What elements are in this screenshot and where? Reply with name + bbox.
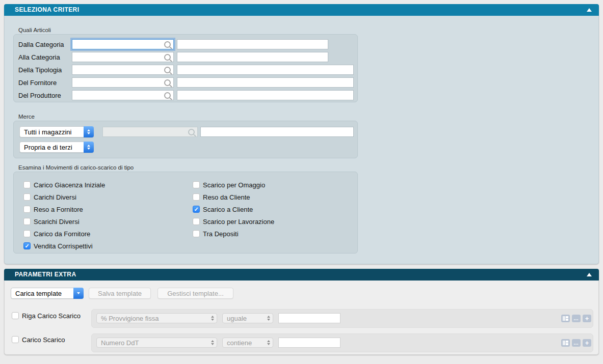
checkbox-reso-a-fornitore[interactable] [23,206,31,213]
checkbox-scarico-per-omaggio[interactable] [193,181,200,188]
ownership-select[interactable]: Propria e di terzi [19,142,94,153]
load-template-select-value: Carica template [15,290,62,297]
search-icon [164,92,171,99]
warehouse-select[interactable]: Tutti i magazzini [19,126,94,137]
columns-icon[interactable] [561,339,570,347]
condition-operator-select-value: contiene [227,339,252,347]
ownership-select-value: Propria e di terzi [24,144,72,151]
checkbox-label: Scarico per Omaggio [203,181,265,189]
chevron-up-down-icon [267,338,270,347]
chevron-up-down-icon [211,338,214,347]
checkbox-label: Tra Depositi [203,230,239,238]
from-category-search-input[interactable] [72,39,174,49]
extra-parameters-panel: PARAMETRI EXTRA Carica template Salva te… [4,269,599,355]
to-category-description-input[interactable] [177,52,328,62]
extra-panel-title: PARAMETRI EXTRA [15,271,76,278]
merce-section-label: Merce [18,114,35,120]
typology-description-input[interactable] [177,65,354,75]
chevron-up-down-icon [84,126,94,137]
search-icon [188,129,195,135]
checkbox-carico-scarico[interactable] [12,336,19,343]
checkbox-label: Scarico per Lavorazione [203,218,274,226]
checkbox-vendita-corrispettivi[interactable]: ✓ [23,242,31,249]
checkbox-tra-depositi[interactable] [193,230,200,237]
extra-panel-header: PARAMETRI EXTRA [4,269,599,281]
checkbox-label: Scarico a Cliente [203,206,253,214]
warehouse-description-input[interactable] [200,127,354,137]
condition-checkbox-label: Riga Carico Scarico [22,312,81,320]
check-icon: ✓ [24,243,29,249]
checkbox-reso-da-cliente[interactable] [193,193,200,201]
criteria-panel-title: SELEZIONA CRITERI [15,6,79,13]
checkbox-label: Vendita Corrispettivi [34,242,93,250]
chevron-up-down-icon [267,314,270,323]
checkbox-carichi-diversi[interactable] [23,193,31,201]
condition-operator-select-value: uguale [227,315,247,322]
search-icon [164,79,171,86]
condition-value-input[interactable] [278,338,340,348]
checkbox-label: Reso da Cliente [203,193,250,202]
save-template-button[interactable]: Salva template [89,288,151,299]
checkbox-scarico-a-cliente[interactable]: ✓ [193,206,200,213]
criteria-panel-header: SELEZIONA CRITERI [4,4,599,16]
checkbox-label: Carico Giacenza Iniziale [34,181,105,189]
supplier-search-input[interactable] [72,77,174,88]
chevron-down-icon [73,288,84,299]
checkbox-scarichi-diversi[interactable] [23,218,31,225]
condition-operator-select[interactable]: contiene [222,338,273,348]
to-category-search-input[interactable] [72,52,174,62]
supplier-label: Del Fornitore [18,78,57,88]
checkbox-carico-da-fornitore[interactable] [23,230,31,237]
columns-icon-glyph [563,316,568,321]
condition-checkbox-label: Carico Scarico [22,336,65,344]
condition-field-select[interactable]: Numero DdT [96,338,217,348]
columns-icon-glyph [563,341,568,345]
to-category-label: Alla Categoria [18,52,60,63]
checkbox-label: Reso a Fornitore [34,206,83,214]
ellipsis-icon[interactable]: … [572,315,581,322]
chevron-up-down-icon [211,314,214,323]
condition-field-select-value: % Provvigione fissa [101,315,159,322]
supplier-description-input[interactable] [177,77,354,88]
condition-value-input[interactable] [278,313,340,323]
search-icon [164,54,171,61]
from-category-label: Dalla Categoria [18,40,64,50]
articles-section-label: Quali Articoli [18,27,51,33]
producer-description-input[interactable] [177,90,354,100]
checkbox-scarico-per-lavorazione[interactable] [193,218,200,225]
condition-operator-select[interactable]: uguale [222,313,273,323]
checkbox-label: Carichi Diversi [34,193,76,202]
typology-label: Della Tipologia [18,65,62,75]
chevron-up-down-icon [84,142,94,153]
checkbox-label: Carico da Fornitore [34,230,90,238]
load-template-select[interactable]: Carica template [11,288,84,299]
warehouse-select-value: Tutti i magazzini [24,128,71,136]
producer-search-input[interactable] [72,90,174,100]
from-category-description-input[interactable] [177,39,328,49]
criteria-panel: SELEZIONA CRITERI Quali Articoli Dalla C… [4,4,599,264]
ellipsis-icon[interactable]: … [572,339,581,347]
search-icon [164,41,171,48]
producer-label: Del Produttore [18,91,61,101]
search-icon [164,67,171,73]
plus-icon[interactable]: + [583,339,591,347]
checkbox-label: Scarichi Diversi [34,218,80,226]
movements-section-label: Esamina i Movimenti di carico-scarico di… [18,164,134,171]
typology-search-input[interactable] [72,65,174,75]
collapse-arrow-icon[interactable] [587,8,592,12]
condition-field-select[interactable]: % Provvigione fissa [96,313,217,323]
checkbox-carico-giacenza-iniziale[interactable] [23,181,31,188]
plus-icon[interactable]: + [583,315,591,322]
warehouse-search-input[interactable] [102,127,198,137]
condition-field-select-value: Numero DdT [101,339,139,347]
check-icon: ✓ [194,206,198,212]
columns-icon[interactable] [561,315,570,322]
checkbox-riga-carico-scarico[interactable] [12,312,19,319]
manage-template-button[interactable]: Gestisci template... [158,288,233,299]
collapse-arrow-icon[interactable] [587,273,592,276]
